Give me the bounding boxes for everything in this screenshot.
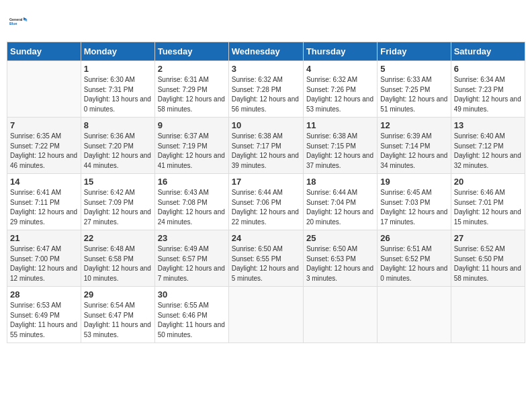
- header-cell-monday: Monday: [81, 42, 154, 61]
- day-info: Sunrise: 6:42 AMSunset: 7:09 PMDaylight:…: [84, 188, 152, 227]
- day-number: 14: [10, 177, 78, 187]
- day-number: 25: [306, 233, 374, 243]
- day-cell: 2Sunrise: 6:31 AMSunset: 7:29 PMDaylight…: [154, 61, 228, 118]
- day-info: Sunrise: 6:49 AMSunset: 6:57 PMDaylight:…: [158, 244, 226, 283]
- day-cell: 24Sunrise: 6:50 AMSunset: 6:55 PMDayligh…: [228, 230, 303, 287]
- day-info: Sunrise: 6:38 AMSunset: 7:17 PMDaylight:…: [232, 132, 300, 171]
- day-cell: 7Sunrise: 6:35 AMSunset: 7:22 PMDaylight…: [7, 118, 81, 174]
- header-row: SundayMondayTuesdayWednesdayThursdayFrid…: [7, 42, 525, 61]
- day-number: 1: [84, 64, 152, 74]
- svg-text:Blue: Blue: [9, 21, 17, 26]
- header-cell-sunday: Sunday: [7, 42, 81, 61]
- day-cell: [378, 287, 451, 343]
- header-cell-thursday: Thursday: [303, 42, 377, 61]
- day-info: Sunrise: 6:38 AMSunset: 7:15 PMDaylight:…: [306, 132, 374, 171]
- day-info: Sunrise: 6:54 AMSunset: 6:47 PMDaylight:…: [84, 301, 152, 340]
- day-cell: 6Sunrise: 6:34 AMSunset: 7:23 PMDaylight…: [451, 61, 525, 118]
- header-cell-friday: Friday: [378, 42, 451, 61]
- day-info: Sunrise: 6:36 AMSunset: 7:20 PMDaylight:…: [84, 132, 152, 171]
- week-row-5: 28Sunrise: 6:53 AMSunset: 6:49 PMDayligh…: [7, 287, 525, 343]
- day-info: Sunrise: 6:33 AMSunset: 7:25 PMDaylight:…: [380, 75, 447, 114]
- calendar-table: SundayMondayTuesdayWednesdayThursdayFrid…: [7, 42, 525, 343]
- week-row-1: 1Sunrise: 6:30 AMSunset: 7:31 PMDaylight…: [7, 61, 525, 118]
- week-row-3: 14Sunrise: 6:41 AMSunset: 7:11 PMDayligh…: [7, 174, 525, 230]
- svg-text:General: General: [9, 17, 23, 21]
- day-number: 6: [454, 64, 522, 74]
- day-cell: [303, 287, 377, 343]
- day-number: 18: [306, 177, 374, 187]
- day-cell: 3Sunrise: 6:32 AMSunset: 7:28 PMDaylight…: [228, 61, 303, 118]
- day-number: 21: [10, 233, 78, 243]
- day-number: 12: [380, 120, 447, 130]
- day-info: Sunrise: 6:43 AMSunset: 7:08 PMDaylight:…: [158, 188, 226, 227]
- day-cell: 23Sunrise: 6:49 AMSunset: 6:57 PMDayligh…: [154, 230, 228, 287]
- day-number: 20: [454, 177, 522, 187]
- day-cell: 9Sunrise: 6:37 AMSunset: 7:19 PMDaylight…: [154, 118, 228, 174]
- day-cell: 12Sunrise: 6:39 AMSunset: 7:14 PMDayligh…: [378, 118, 451, 174]
- header-cell-wednesday: Wednesday: [228, 42, 303, 61]
- day-number: 2: [158, 64, 226, 74]
- day-number: 19: [380, 177, 447, 187]
- day-number: 29: [84, 289, 152, 300]
- day-number: 3: [232, 64, 300, 74]
- week-row-4: 21Sunrise: 6:47 AMSunset: 7:00 PMDayligh…: [7, 230, 525, 287]
- day-cell: 4Sunrise: 6:32 AMSunset: 7:26 PMDaylight…: [303, 61, 377, 118]
- header-cell-saturday: Saturday: [451, 42, 525, 61]
- day-number: 27: [454, 233, 522, 243]
- day-number: 23: [158, 233, 226, 243]
- day-cell: 29Sunrise: 6:54 AMSunset: 6:47 PMDayligh…: [81, 287, 154, 343]
- day-cell: 26Sunrise: 6:51 AMSunset: 6:52 PMDayligh…: [378, 230, 451, 287]
- day-number: 4: [306, 64, 374, 74]
- day-info: Sunrise: 6:32 AMSunset: 7:26 PMDaylight:…: [306, 75, 374, 114]
- day-number: 17: [232, 177, 300, 187]
- day-cell: 14Sunrise: 6:41 AMSunset: 7:11 PMDayligh…: [7, 174, 81, 230]
- day-info: Sunrise: 6:32 AMSunset: 7:28 PMDaylight:…: [232, 75, 300, 114]
- day-number: 7: [10, 120, 78, 130]
- day-number: 8: [84, 120, 152, 130]
- day-info: Sunrise: 6:50 AMSunset: 6:53 PMDaylight:…: [306, 244, 374, 283]
- header-cell-tuesday: Tuesday: [154, 42, 228, 61]
- day-number: 26: [380, 233, 447, 243]
- week-row-2: 7Sunrise: 6:35 AMSunset: 7:22 PMDaylight…: [7, 118, 525, 174]
- day-info: Sunrise: 6:45 AMSunset: 7:03 PMDaylight:…: [380, 188, 447, 227]
- day-info: Sunrise: 6:48 AMSunset: 6:58 PMDaylight:…: [84, 244, 152, 283]
- day-cell: 17Sunrise: 6:44 AMSunset: 7:06 PMDayligh…: [228, 174, 303, 230]
- day-info: Sunrise: 6:35 AMSunset: 7:22 PMDaylight:…: [10, 132, 78, 171]
- day-info: Sunrise: 6:47 AMSunset: 7:00 PMDaylight:…: [10, 244, 78, 283]
- logo: GeneralBlue: [9, 12, 28, 31]
- day-info: Sunrise: 6:53 AMSunset: 6:49 PMDaylight:…: [10, 301, 78, 340]
- day-cell: [7, 61, 81, 118]
- day-number: 30: [158, 289, 226, 300]
- day-cell: 27Sunrise: 6:52 AMSunset: 6:50 PMDayligh…: [451, 230, 525, 287]
- day-info: Sunrise: 6:39 AMSunset: 7:14 PMDaylight:…: [380, 132, 447, 171]
- day-info: Sunrise: 6:44 AMSunset: 7:06 PMDaylight:…: [232, 188, 300, 227]
- day-number: 16: [158, 177, 226, 187]
- day-info: Sunrise: 6:50 AMSunset: 6:55 PMDaylight:…: [232, 244, 300, 283]
- day-cell: [228, 287, 303, 343]
- day-cell: 15Sunrise: 6:42 AMSunset: 7:09 PMDayligh…: [81, 174, 154, 230]
- day-info: Sunrise: 6:34 AMSunset: 7:23 PMDaylight:…: [454, 75, 522, 114]
- day-number: 15: [84, 177, 152, 187]
- day-info: Sunrise: 6:44 AMSunset: 7:04 PMDaylight:…: [306, 188, 374, 227]
- day-cell: 18Sunrise: 6:44 AMSunset: 7:04 PMDayligh…: [303, 174, 377, 230]
- day-cell: 30Sunrise: 6:55 AMSunset: 6:46 PMDayligh…: [154, 287, 228, 343]
- day-number: 9: [158, 120, 226, 130]
- day-number: 11: [306, 120, 374, 130]
- day-cell: 11Sunrise: 6:38 AMSunset: 7:15 PMDayligh…: [303, 118, 377, 174]
- day-cell: 20Sunrise: 6:46 AMSunset: 7:01 PMDayligh…: [451, 174, 525, 230]
- day-cell: 19Sunrise: 6:45 AMSunset: 7:03 PMDayligh…: [378, 174, 451, 230]
- day-number: 24: [232, 233, 300, 243]
- day-cell: 22Sunrise: 6:48 AMSunset: 6:58 PMDayligh…: [81, 230, 154, 287]
- day-cell: 5Sunrise: 6:33 AMSunset: 7:25 PMDaylight…: [378, 61, 451, 118]
- day-cell: 28Sunrise: 6:53 AMSunset: 6:49 PMDayligh…: [7, 287, 81, 343]
- day-number: 5: [380, 64, 447, 74]
- day-info: Sunrise: 6:31 AMSunset: 7:29 PMDaylight:…: [158, 75, 226, 114]
- day-info: Sunrise: 6:40 AMSunset: 7:12 PMDaylight:…: [454, 132, 522, 171]
- day-info: Sunrise: 6:41 AMSunset: 7:11 PMDaylight:…: [10, 188, 78, 227]
- day-cell: 1Sunrise: 6:30 AMSunset: 7:31 PMDaylight…: [81, 61, 154, 118]
- day-number: 28: [10, 289, 78, 300]
- day-info: Sunrise: 6:52 AMSunset: 6:50 PMDaylight:…: [454, 244, 522, 283]
- day-number: 13: [454, 120, 522, 130]
- day-cell: 13Sunrise: 6:40 AMSunset: 7:12 PMDayligh…: [451, 118, 525, 174]
- day-info: Sunrise: 6:37 AMSunset: 7:19 PMDaylight:…: [158, 132, 226, 171]
